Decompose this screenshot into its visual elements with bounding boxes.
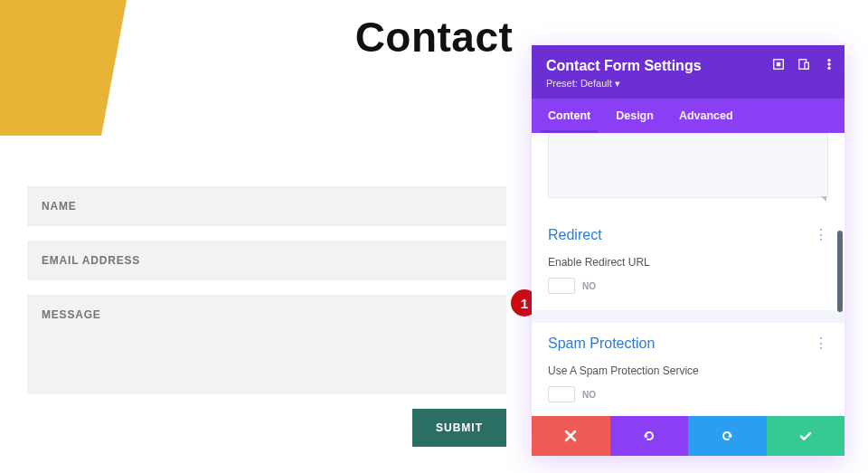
panel-header: Contact Form Settings Preset: Default ▾: [532, 45, 844, 99]
submit-button[interactable]: SUBMIT: [412, 409, 506, 447]
tab-advanced[interactable]: Advanced: [679, 99, 733, 133]
svg-rect-3: [805, 62, 808, 69]
spam-title[interactable]: Spam Protection: [548, 336, 655, 352]
redirect-toggle[interactable]: NO: [548, 278, 596, 294]
section-menu-icon[interactable]: ⋮: [814, 228, 828, 242]
resize-handle-icon[interactable]: [821, 196, 826, 202]
scrollbar[interactable]: [837, 231, 843, 312]
spam-toggle-value: NO: [582, 390, 596, 400]
spam-toggle[interactable]: NO: [548, 386, 596, 402]
close-button[interactable]: [532, 416, 610, 456]
spam-section: Spam Protection ⋮ Use A Spam Protection …: [532, 323, 844, 416]
name-input[interactable]: [27, 186, 506, 226]
redirect-section: Redirect ⋮ Enable Redirect URL NO: [532, 214, 844, 310]
redirect-toggle-value: NO: [582, 281, 596, 291]
redo-button[interactable]: [688, 416, 767, 456]
redirect-title[interactable]: Redirect: [548, 227, 602, 243]
svg-point-6: [828, 67, 831, 70]
tab-design[interactable]: Design: [616, 99, 654, 133]
svg-rect-1: [777, 62, 780, 66]
svg-point-5: [828, 63, 831, 66]
message-input[interactable]: [27, 295, 506, 394]
svg-point-4: [828, 59, 831, 61]
panel-body[interactable]: Redirect ⋮ Enable Redirect URL NO Spam P…: [532, 133, 844, 416]
expand-icon[interactable]: [772, 58, 785, 74]
tab-content[interactable]: Content: [548, 99, 590, 133]
responsive-icon[interactable]: [797, 58, 810, 74]
section-menu-icon[interactable]: ⋮: [814, 336, 828, 351]
tabs: Content Design Advanced: [532, 99, 844, 133]
email-input[interactable]: [27, 241, 506, 280]
menu-dots-icon[interactable]: [823, 58, 835, 74]
undo-button[interactable]: [610, 416, 689, 456]
contact-form: SUBMIT: [27, 186, 506, 447]
panel-footer: [532, 416, 844, 456]
message-textarea[interactable]: [548, 133, 828, 198]
panel-preset[interactable]: Preset: Default ▾: [546, 78, 830, 90]
settings-panel: Contact Form Settings Preset: Default ▾ …: [532, 45, 844, 456]
redirect-option-label: Enable Redirect URL: [548, 256, 828, 269]
confirm-button[interactable]: [767, 416, 845, 456]
spam-option-label: Use A Spam Protection Service: [548, 364, 828, 377]
